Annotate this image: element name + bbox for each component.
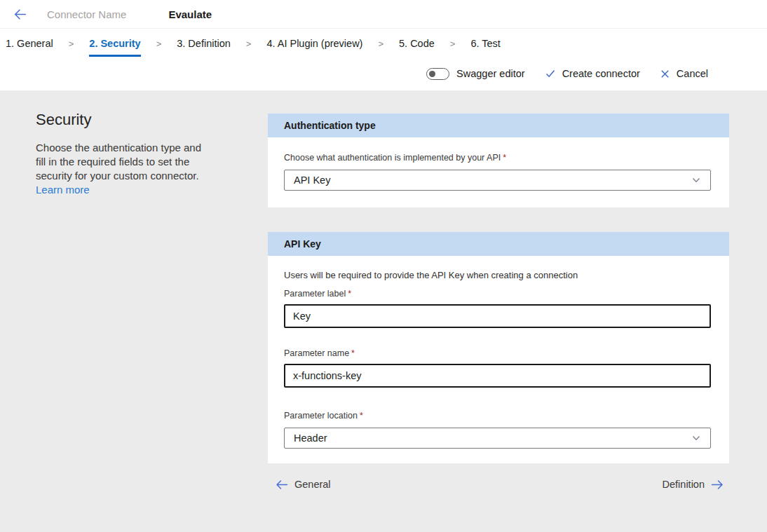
connector-name-label: Connector Name: [47, 8, 126, 20]
toggle-knob: [429, 71, 435, 77]
required-marker: *: [351, 348, 355, 358]
api-key-description: Users will be required to provide the AP…: [284, 270, 711, 280]
cancel-button[interactable]: Cancel: [660, 68, 708, 79]
authentication-type-header: Authentication type: [268, 114, 729, 137]
wizard-steps: 1. General > 2. Security > 3. Definition…: [0, 29, 767, 57]
custom-connector-page: Connector Name Evaulate 1. General > 2. …: [0, 0, 767, 532]
general-back-link[interactable]: General: [276, 479, 331, 490]
page-description: Choose the authentication type and fill …: [36, 141, 212, 197]
close-icon: [660, 69, 670, 79]
parameter-location-dropdown[interactable]: Header: [284, 428, 711, 449]
header: Connector Name Evaulate 1. General > 2. …: [0, 0, 767, 90]
footer-navigation: General Definition: [268, 475, 729, 493]
step-test[interactable]: 6. Test: [470, 38, 500, 57]
chevron-down-icon: [691, 175, 701, 185]
definition-next-label: Definition: [663, 479, 705, 490]
step-ai-plugin[interactable]: 4. AI Plugin (preview): [266, 38, 362, 57]
chevron-right-separator: >: [450, 39, 456, 49]
parameter-label-field[interactable]: [284, 304, 711, 328]
parameter-label-label-text: Parameter label: [284, 289, 346, 299]
step-security[interactable]: 2. Security: [89, 38, 140, 57]
page-title: Security: [36, 111, 212, 129]
parameter-location-selected-value: Header: [294, 432, 327, 444]
chevron-right-separator: >: [69, 39, 74, 49]
cancel-label: Cancel: [677, 68, 708, 79]
arrow-right-icon: [711, 479, 724, 490]
topbar: Connector Name Evaulate: [0, 0, 767, 29]
parameter-name-label: Parameter name*: [284, 348, 711, 358]
api-key-card: API Key Users will be required to provid…: [268, 232, 729, 463]
step-code[interactable]: 5. Code: [399, 38, 435, 57]
chevron-right-separator: >: [156, 39, 162, 49]
step-general[interactable]: 1. General: [6, 38, 53, 57]
step-definition[interactable]: 3. Definition: [177, 38, 231, 57]
security-info-panel: Security Choose the authentication type …: [36, 111, 212, 197]
tab-evaluate[interactable]: Evaulate: [168, 8, 212, 20]
auth-type-field-label: Choose what authentication is implemente…: [284, 153, 711, 163]
toolbar: Swagger editor Create connector Cancel: [0, 57, 767, 90]
create-connector-button[interactable]: Create connector: [545, 68, 640, 79]
back-button[interactable]: [11, 5, 29, 23]
authentication-type-card: Authentication type Choose what authenti…: [268, 114, 729, 207]
parameter-name-field[interactable]: [284, 364, 711, 388]
parameter-location-label-text: Parameter location: [284, 411, 358, 421]
learn-more-link[interactable]: Learn more: [36, 184, 90, 196]
parameter-label-label: Parameter label*: [284, 289, 711, 299]
chevron-down-icon: [691, 433, 701, 443]
general-back-label: General: [294, 479, 331, 490]
page-description-text: Choose the authentication type and fill …: [36, 142, 201, 182]
auth-type-field-label-text: Choose what authentication is implemente…: [284, 153, 501, 163]
authentication-type-body: Choose what authentication is implemente…: [268, 153, 729, 191]
chevron-right-separator: >: [246, 39, 252, 49]
definition-next-link[interactable]: Definition: [663, 479, 724, 490]
parameter-name-label-text: Parameter name: [284, 348, 349, 358]
required-marker: *: [348, 289, 351, 299]
api-key-body: Users will be required to provide the AP…: [268, 270, 729, 449]
create-connector-label: Create connector: [562, 68, 640, 79]
swagger-editor-toggle[interactable]: [426, 68, 449, 80]
api-key-header: API Key: [268, 232, 729, 256]
required-marker: *: [360, 411, 363, 421]
check-icon: [545, 68, 556, 79]
chevron-right-separator: >: [378, 39, 384, 49]
arrow-left-icon: [276, 479, 288, 490]
auth-type-selected-value: API Key: [294, 175, 330, 186]
swagger-editor-label: Swagger editor: [456, 68, 525, 79]
required-marker: *: [503, 153, 506, 163]
parameter-location-label: Parameter location*: [284, 411, 711, 421]
back-arrow-icon: [13, 7, 27, 22]
auth-type-dropdown[interactable]: API Key: [284, 170, 711, 191]
